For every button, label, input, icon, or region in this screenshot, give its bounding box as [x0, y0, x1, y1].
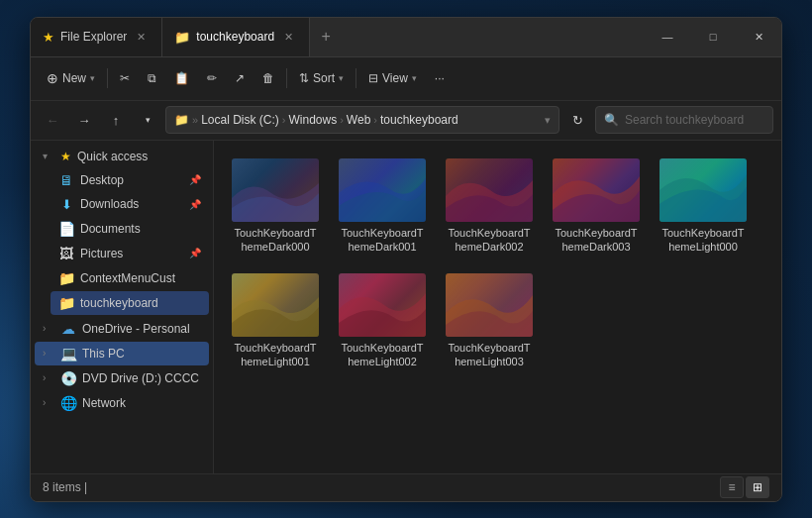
thumb-svg-dark000 [232, 158, 319, 222]
sidebar-touchkeyboard-label: touchkeyboard [80, 296, 201, 310]
thumb-svg-dark001 [339, 158, 426, 222]
onedrive-expand-icon: › [43, 323, 54, 334]
tab-file-explorer[interactable]: ★ File Explorer ✕ [31, 18, 162, 56]
new-icon: ⊕ [47, 70, 58, 86]
forward-button[interactable]: → [70, 106, 98, 134]
file-label-dark003: TouchKeyboardThemeDark003 [553, 226, 640, 255]
minimize-button[interactable]: — [645, 18, 690, 56]
paste-button[interactable]: 📋 [166, 65, 197, 91]
maximize-button[interactable]: □ [690, 18, 736, 56]
sidebar-item-desktop[interactable]: 🖥 Desktop 📌 [51, 168, 209, 192]
tab-touchkeyboard-close[interactable]: ✕ [280, 29, 297, 46]
cut-button[interactable]: ✂ [112, 65, 138, 91]
share-icon: ↗ [235, 71, 245, 85]
main-area: ▾ ★ Quick access 🖥 Desktop 📌 ⬇ Downloads… [31, 141, 781, 473]
breadcrumb: 📁 » Local Disk (C:) › Windows › Web › to… [174, 113, 458, 127]
sidebar-contextmenu-label: ContextMenuCust [80, 271, 201, 285]
quick-access-section: ▾ ★ Quick access 🖥 Desktop 📌 ⬇ Downloads… [31, 146, 213, 315]
file-item-dark002[interactable]: TouchKeyboardThemeDark002 [440, 153, 539, 260]
file-item-light003[interactable]: TouchKeyboardThemeLight003 [440, 267, 539, 375]
sidebar-thispc-label: This PC [82, 347, 201, 361]
address-bar[interactable]: 📁 » Local Disk (C:) › Windows › Web › to… [165, 106, 559, 134]
sidebar-item-quick-access[interactable]: ▾ ★ Quick access [35, 146, 209, 167]
tab-file-explorer-close[interactable]: ✕ [133, 29, 150, 46]
thumb-svg-light002 [339, 273, 426, 337]
view-chevron-icon: ▾ [412, 73, 417, 83]
file-label-light000: TouchKeyboardThemeLight000 [660, 226, 747, 255]
tab-touchkeyboard[interactable]: 📁 touchkeyboard ✕ [162, 18, 310, 56]
file-item-dark003[interactable]: TouchKeyboardThemeDark003 [547, 153, 646, 260]
window-controls: — □ ✕ [645, 18, 781, 56]
file-item-dark001[interactable]: TouchKeyboardThemeDark001 [333, 153, 432, 260]
folder-icon-tab: 📁 [174, 30, 190, 45]
sidebar-downloads-label: Downloads [80, 197, 183, 211]
sidebar-item-dvd[interactable]: › 💿 DVD Drive (D:) CCCC [35, 366, 209, 390]
thumb-svg-light001 [232, 273, 319, 337]
list-view-button[interactable]: ≡ [720, 476, 744, 498]
sidebar-network-label: Network [82, 396, 201, 410]
file-label-light001: TouchKeyboardThemeLight001 [232, 341, 319, 369]
pin-icon-desktop: 📌 [189, 174, 201, 185]
rename-button[interactable]: ✏ [199, 65, 225, 91]
sidebar-item-downloads[interactable]: ⬇ Downloads 📌 [51, 193, 209, 216]
sidebar-item-network[interactable]: › 🌐 Network [35, 391, 209, 415]
sidebar-item-pictures[interactable]: 🖼 Pictures 📌 [51, 242, 209, 265]
breadcrumb-part-2: Windows [288, 113, 337, 127]
sidebar-dvd-label: DVD Drive (D:) CCCC [82, 371, 201, 385]
sort-chevron-icon: ▾ [339, 73, 344, 83]
new-button[interactable]: ⊕ New ▾ [39, 64, 103, 92]
file-item-light001[interactable]: TouchKeyboardThemeLight001 [226, 267, 325, 375]
thumb-svg-light003 [446, 273, 533, 337]
sidebar-item-thispc[interactable]: › 💻 This PC [35, 342, 209, 365]
grid-view-button[interactable]: ⊞ [746, 476, 769, 498]
sidebar-item-contextmenucust[interactable]: 📁 ContextMenuCust [51, 266, 209, 290]
copy-button[interactable]: ⧉ [140, 65, 164, 91]
documents-icon: 📄 [58, 221, 74, 237]
dvd-icon: 💿 [60, 370, 76, 386]
file-label-dark001: TouchKeyboardThemeDark001 [339, 226, 426, 255]
file-thumb-dark001 [339, 158, 426, 222]
sort-button[interactable]: ⇅ Sort ▾ [291, 65, 352, 91]
onedrive-icon: ☁ [60, 321, 76, 337]
view-button[interactable]: ⊟ View ▾ [360, 65, 425, 91]
recent-button[interactable]: ▾ [134, 106, 161, 134]
more-button[interactable]: ··· [427, 65, 453, 91]
sidebar: ▾ ★ Quick access 🖥 Desktop 📌 ⬇ Downloads… [31, 141, 214, 473]
view-toggle-buttons: ≡ ⊞ [720, 476, 769, 498]
cut-icon: ✂ [120, 71, 130, 85]
file-item-light002[interactable]: TouchKeyboardThemeLight002 [333, 267, 432, 375]
file-thumb-light002 [339, 273, 426, 337]
sidebar-pictures-label: Pictures [80, 247, 183, 260]
star-icon-sidebar: ★ [60, 150, 71, 163]
sidebar-onedrive-label: OneDrive - Personal [82, 322, 201, 336]
tab-file-explorer-label: File Explorer [60, 30, 127, 44]
sidebar-item-documents[interactable]: 📄 Documents [51, 217, 209, 241]
sidebar-item-onedrive[interactable]: › ☁ OneDrive - Personal [35, 317, 209, 341]
toolbar-separator-3 [355, 68, 356, 88]
pictures-icon: 🖼 [58, 246, 74, 261]
address-row: ← → ↑ ▾ 📁 » Local Disk (C:) › Windows › … [31, 101, 781, 141]
search-icon: 🔍 [604, 113, 619, 127]
expand-icon: ▾ [43, 151, 54, 161]
breadcrumb-part-1: Local Disk (C:) [201, 113, 279, 127]
file-item-light000[interactable]: TouchKeyboardThemeLight000 [654, 153, 753, 260]
file-item-dark000[interactable]: TouchKeyboardThemeDark000 [226, 153, 325, 260]
up-button[interactable]: ↑ [102, 106, 130, 134]
sidebar-desktop-label: Desktop [80, 173, 183, 187]
file-thumb-light001 [232, 273, 319, 337]
new-tab-button[interactable]: + [310, 21, 342, 52]
paste-icon: 📋 [174, 71, 189, 85]
breadcrumb-part-3: Web [347, 113, 370, 127]
pc-icon: 💻 [60, 346, 76, 362]
downloads-icon: ⬇ [58, 197, 74, 212]
breadcrumb-part-4: touchkeyboard [380, 113, 458, 127]
delete-button[interactable]: 🗑 [254, 65, 282, 91]
sidebar-item-touchkeyboard[interactable]: 📁 touchkeyboard [51, 291, 209, 315]
back-button[interactable]: ← [39, 106, 66, 134]
more-icon: ··· [435, 71, 445, 85]
refresh-button[interactable]: ↻ [563, 106, 591, 134]
search-box[interactable]: 🔍 Search touchkeyboard [595, 106, 773, 134]
close-button[interactable]: ✕ [736, 18, 781, 56]
toolbar-separator-2 [286, 68, 287, 88]
share-button[interactable]: ↗ [227, 65, 253, 91]
